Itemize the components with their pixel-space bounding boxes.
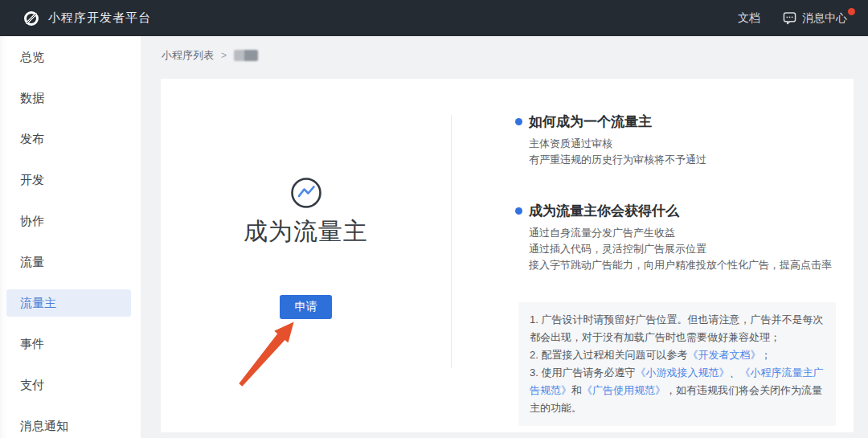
app-title: 小程序开发者平台 bbox=[48, 10, 151, 26]
sidebar-item-overview[interactable]: 总览 bbox=[6, 43, 131, 71]
note-item: 2. 配置接入过程相关问题可以参考《开发者文档》； bbox=[530, 346, 825, 364]
section-line: 有严重违规的历史行为审核将不予通过 bbox=[529, 152, 840, 168]
policy-link[interactable]: 《小游戏接入规范》 bbox=[635, 366, 729, 379]
section-title: 如何成为一个流量主 bbox=[529, 114, 840, 129]
note-text: 2. 配置接入过程相关问题可以参考 bbox=[530, 349, 687, 361]
app-window: 小程序开发者平台 文档 消息中心 总览 数据 发布 开发 协作 流量 流量主 bbox=[0, 0, 868, 438]
section-how-to-become: 如何成为一个流量主 主体资质通过审核 有严重违规的历史行为审核将不予通过 bbox=[515, 114, 840, 168]
policy-link[interactable]: 《广告使用规范》 bbox=[582, 384, 665, 396]
bullet-icon bbox=[515, 118, 522, 125]
sidebar-nav: 总览 数据 发布 开发 协作 流量 流量主 事件 支付 消息通知 bbox=[0, 36, 141, 438]
note-text: ； bbox=[760, 349, 771, 361]
trend-line-icon bbox=[290, 177, 322, 209]
breadcrumb-separator: > bbox=[221, 50, 227, 61]
traffic-owner-card: 成为流量主 申请 如何成为一个流量主 主体资质通过审核 有严重违规的历史行为审核… bbox=[161, 79, 854, 432]
bullet-icon bbox=[515, 207, 522, 215]
note-text: 和 bbox=[571, 384, 582, 396]
sidebar-item-publish[interactable]: 发布 bbox=[6, 125, 131, 153]
promo-column: 成为流量主 申请 bbox=[161, 79, 451, 432]
sidebar-item-develop[interactable]: 开发 bbox=[6, 166, 131, 194]
note-text: 、 bbox=[729, 366, 739, 379]
app-logo-icon bbox=[23, 10, 40, 27]
top-navigation-bar: 小程序开发者平台 文档 消息中心 bbox=[0, 0, 868, 36]
sidebar-item-traffic-owner[interactable]: 流量主 bbox=[6, 289, 131, 317]
message-center-button[interactable]: 消息中心 bbox=[783, 11, 854, 26]
sidebar-item-payment[interactable]: 支付 bbox=[6, 371, 131, 399]
note-item: 3. 使用广告请务必遵守《小游戏接入规范》、《小程序流量主广告规范》和《广告使用… bbox=[530, 364, 825, 417]
sidebar-item-events[interactable]: 事件 bbox=[6, 330, 131, 358]
vertical-divider bbox=[451, 115, 452, 368]
section-line: 主体资质通过审核 bbox=[529, 136, 840, 152]
note-item: 1. 广告设计时请预留好广告位置。但也请注意，广告并不是每次都会出现，对于没有加… bbox=[530, 311, 825, 346]
chat-bubble-icon bbox=[783, 11, 796, 25]
sidebar-item-traffic[interactable]: 流量 bbox=[6, 248, 131, 276]
message-center-label: 消息中心 bbox=[802, 11, 847, 26]
policy-link[interactable]: 《开发者文档》 bbox=[687, 349, 760, 361]
apply-button[interactable]: 申请 bbox=[280, 295, 332, 319]
docs-link[interactable]: 文档 bbox=[738, 11, 760, 26]
note-text: 3. 使用广告请务必遵守 bbox=[530, 366, 635, 379]
notes-box: 1. 广告设计时请预留好广告位置。但也请注意，广告并不是每次都会出现，对于没有加… bbox=[518, 302, 836, 426]
promo-title: 成为流量主 bbox=[244, 215, 368, 248]
breadcrumb: 小程序列表 > bbox=[162, 48, 258, 63]
section-title: 成为流量主你会获得什么 bbox=[529, 203, 840, 219]
sidebar-item-data[interactable]: 数据 bbox=[6, 84, 131, 112]
unread-badge bbox=[848, 8, 855, 15]
note-text: 1. 广告设计时请预留好广告位置。但也请注意，广告并不是每次都会出现，对于没有加… bbox=[530, 313, 823, 343]
sidebar-item-notifications[interactable]: 消息通知 bbox=[6, 412, 131, 438]
sidebar-item-collaboration[interactable]: 协作 bbox=[6, 207, 131, 235]
section-what-you-get: 成为流量主你会获得什么 通过自身流量分发广告产生收益 通过插入代码，灵活控制广告… bbox=[515, 203, 840, 273]
info-column: 如何成为一个流量主 主体资质通过审核 有严重违规的历史行为审核将不予通过 成为流… bbox=[515, 79, 840, 426]
breadcrumb-current-redacted bbox=[234, 50, 258, 61]
section-line: 通过插入代码，灵活控制广告展示位置 bbox=[529, 241, 840, 257]
section-line: 通过自身流量分发广告产生收益 bbox=[529, 225, 840, 241]
section-line: 接入字节跳动广告能力，向用户精准投放个性化广告，提高点击率 bbox=[529, 257, 840, 273]
breadcrumb-root[interactable]: 小程序列表 bbox=[162, 48, 214, 63]
